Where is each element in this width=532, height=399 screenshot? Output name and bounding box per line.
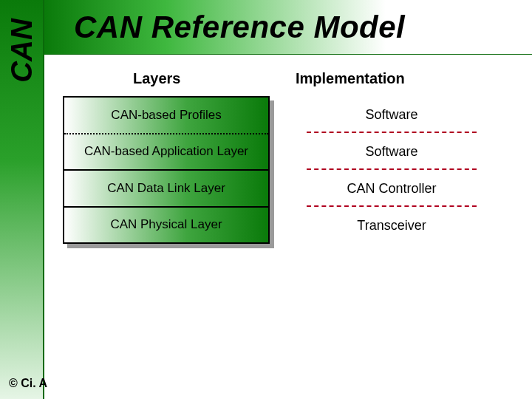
- slide: CAN CAN Reference Model Layers Implement…: [0, 0, 532, 399]
- impl-label: Transceiver: [357, 218, 426, 233]
- copyright: © Ci. A: [9, 377, 47, 390]
- impl-label: Software: [365, 144, 417, 160]
- layer-row: CAN-based Application Layer: [64, 134, 268, 171]
- impl-row: CAN Controller: [307, 170, 477, 207]
- layer-row: CAN Data Link Layer: [64, 171, 268, 208]
- page-title: CAN Reference Model: [74, 10, 405, 45]
- layer-label: CAN Data Link Layer: [107, 181, 225, 196]
- column-header-layers: Layers: [133, 70, 181, 87]
- impl-label: CAN Controller: [347, 181, 436, 197]
- column-header-implementation: Implementation: [296, 70, 405, 87]
- layer-label: CAN-based Application Layer: [84, 144, 248, 159]
- brand-label: CAN: [5, 18, 38, 83]
- layer-label: CAN-based Profiles: [111, 108, 221, 123]
- sidebar: CAN: [0, 0, 44, 399]
- layer-label: CAN Physical Layer: [110, 217, 222, 232]
- impl-row: Transceiver: [307, 207, 477, 244]
- impl-row: Software: [307, 133, 477, 170]
- title-bar: CAN Reference Model: [44, 0, 532, 55]
- implementation-column: Software Software CAN Controller Transce…: [307, 96, 477, 244]
- layer-stack: CAN-based Profiles CAN-based Application…: [63, 96, 270, 244]
- layer-row: CAN Physical Layer: [64, 208, 268, 243]
- impl-label: Software: [365, 107, 417, 123]
- layer-row: CAN-based Profiles: [64, 98, 268, 134]
- impl-row: Software: [307, 96, 477, 133]
